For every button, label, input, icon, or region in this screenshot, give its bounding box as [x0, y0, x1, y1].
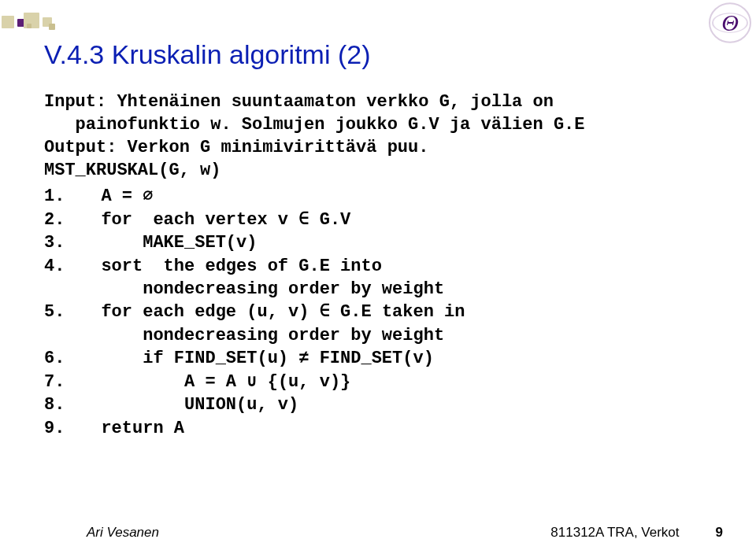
code-line-text: A = ∅	[80, 185, 717, 208]
slide-footer: Ari Vesanen 811312A TRA, Verkot 9	[0, 525, 756, 541]
code-line: for each vertex v ∈ G.V	[44, 209, 717, 231]
algorithm-code-block: A = ∅ for each vertex v ∈ G.V MAKE_SET(v…	[44, 185, 717, 440]
code-line-text: MAKE_SET(v)	[80, 231, 717, 254]
footer-course: 811312A TRA, Verkot	[550, 525, 679, 541]
code-line: MAKE_SET(v)	[44, 231, 717, 254]
footer-page-number: 9	[716, 525, 723, 541]
code-line-text: UNION(u, v)	[80, 393, 717, 416]
code-line-text: return A	[80, 417, 717, 440]
code-line: sort the edges of G.E into nondecreasing…	[44, 255, 717, 301]
code-line-text: for each edge (u, v) ∈ G.E taken in nond…	[80, 301, 717, 347]
decorative-squares	[0, 0, 94, 31]
code-line-text: for each vertex v ∈ G.V	[80, 209, 717, 231]
algorithm-header-block: Input: Yhtenäinen suuntaamaton verkko G,…	[44, 90, 717, 182]
code-line-text: sort the edges of G.E into nondecreasing…	[80, 255, 717, 301]
code-line: for each edge (u, v) ∈ G.E taken in nond…	[44, 301, 717, 347]
code-line: return A	[44, 417, 717, 440]
code-line-text: A = A ∪ {(u, v)}	[80, 371, 717, 393]
theta-glyph: Θ	[721, 9, 739, 36]
code-line: A = ∅	[44, 185, 717, 208]
code-line-text: if FIND_SET(u) ≠ FIND_SET(v)	[80, 347, 717, 370]
slide-content: V.4.3 Kruskalin algoritmi (2) Input: Yht…	[44, 39, 717, 440]
algorithm-code-list: A = ∅ for each vertex v ∈ G.V MAKE_SET(v…	[44, 185, 717, 440]
code-line: if FIND_SET(u) ≠ FIND_SET(v)	[44, 347, 717, 370]
slide-title: V.4.3 Kruskalin algoritmi (2)	[44, 39, 717, 70]
theta-logo-icon: Θ	[712, 5, 748, 41]
code-line: A = A ∪ {(u, v)}	[44, 371, 717, 393]
code-line: UNION(u, v)	[44, 393, 717, 416]
footer-author: Ari Vesanen	[87, 525, 159, 541]
